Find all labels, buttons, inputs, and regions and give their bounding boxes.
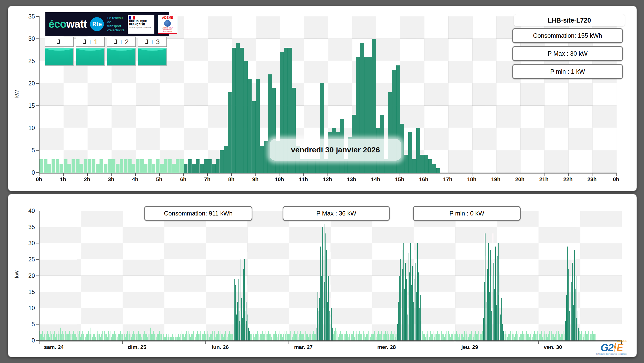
weekly-pmax-box: P Max : 36 kW (283, 206, 390, 221)
rte-icon: Rte (90, 17, 104, 31)
y-axis-unit-label: kW (14, 90, 20, 98)
republique-francaise-logo: RÉPUBLIQUEFRANÇAISE Liberté Égalité Frat… (128, 15, 154, 34)
weekly-pmin-box: P min : 0 kW (413, 206, 521, 221)
ademe-globe-icon (164, 20, 171, 27)
ademe-logo: ADEME AGENCE DE LA TRANSITION ÉCOLOGIQUE (158, 15, 177, 34)
daily-consumption-box: Consommation: 155 kWh (512, 28, 623, 43)
rte-network-text: Le réseau de transport d'électricité (107, 16, 124, 32)
site-title: LHB-site-L720 (514, 14, 625, 26)
lightning-bolt-icon (613, 343, 617, 352)
tile-j1: J+ 1 (76, 37, 105, 66)
date-tooltip: vendredi 30 janvier 2026 (270, 139, 401, 161)
daily-chart-panel: 051015202530350h1h2h3h4h5h6h7h8h9h10h11h… (8, 6, 637, 191)
ecowatt-forecast-tiles: J J+ 1 J+ 2 J+ 3 (45, 37, 167, 66)
daily-pmin-box: P min : 1 kW (512, 64, 623, 79)
dashboard: 051015202530350h1h2h3h4h5h6h7h8h9h10h11h… (0, 0, 644, 363)
y-axis-unit-label: kW (14, 270, 20, 278)
weekly-consumption-box: Consommation: 911 kWh (144, 206, 252, 221)
weekly-chart-panel: 0510152025303540sam. 24dim. 25lun. 26mar… (8, 194, 637, 357)
tile-j2: J+ 2 (107, 37, 136, 66)
tile-j3: J+ 3 (138, 37, 167, 66)
daily-pmax-box: P Max : 30 kW (512, 46, 623, 61)
tile-j1-signal (76, 48, 105, 66)
tile-j: J (45, 37, 74, 66)
tile-j3-signal (138, 48, 167, 66)
g2e-logo: FRANCE G2 E Optimisation des ressources … (592, 339, 631, 355)
ecowatt-logo: écowatt Rte Le réseau de transport d'éle… (45, 12, 169, 36)
tile-j-signal (45, 48, 74, 66)
ecowatt-wordmark: écowatt (48, 18, 87, 30)
french-flag-icon (129, 16, 135, 19)
tile-j2-signal (107, 48, 136, 66)
